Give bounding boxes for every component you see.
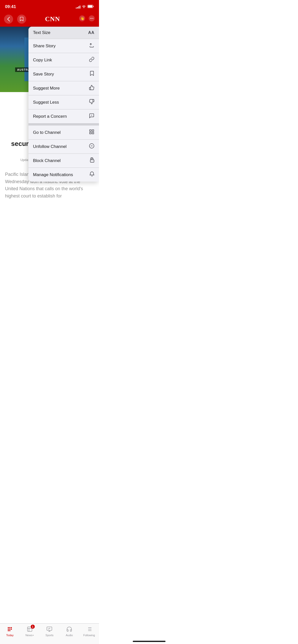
suggest-more-icon [89,85,94,92]
svg-point-7 [93,18,93,19]
wifi-icon [82,5,86,9]
menu-item-go-to-channel[interactable]: Go to Channel [28,126,99,140]
menu-item-go-to-channel-label: Go to Channel [33,130,61,135]
context-menu: Text Size AA Share Story Copy Link Save … [28,27,99,182]
svg-point-5 [90,18,91,19]
status-time: 09:41 [5,4,16,9]
menu-item-manage-notifications[interactable]: Manage Notifications [28,168,99,182]
svg-rect-15 [90,132,91,134]
battery-icon [87,5,94,9]
menu-item-copy-link-label: Copy Link [33,58,52,63]
menu-item-block-channel[interactable]: Block Channel [28,154,99,168]
svg-rect-14 [92,132,94,134]
svg-text:👋: 👋 [80,16,85,21]
copy-link-icon [89,57,94,63]
back-button[interactable] [4,15,13,24]
suggest-less-icon [89,99,94,106]
svg-point-6 [91,18,92,19]
menu-item-manage-notifications-label: Manage Notifications [33,172,73,177]
menu-item-suggest-less-label: Suggest Less [33,100,59,105]
nav-bar: CNN 👋 [0,13,99,27]
menu-item-text-size-label: Text Size [33,30,50,35]
manage-notifications-icon [89,171,94,178]
cnn-logo: CNN [45,15,60,23]
block-channel-icon [89,157,94,164]
nav-right: 👋 [79,15,95,23]
menu-item-unfollow-channel[interactable]: Unfollow Channel [28,140,99,154]
nav-left [4,15,26,24]
menu-item-text-size[interactable]: Text Size AA [28,27,99,39]
go-to-channel-icon [89,129,94,136]
menu-item-report-concern[interactable]: Report a Concern [28,109,99,124]
bookmark-button[interactable] [17,15,26,24]
menu-item-share-story-label: Share Story [33,44,56,49]
status-bar: 09:41 [0,0,99,13]
share-story-icon [89,43,94,49]
svg-rect-1 [88,5,92,8]
status-icons [76,5,94,9]
menu-item-copy-link[interactable]: Copy Link [28,53,99,67]
menu-item-unfollow-channel-label: Unfollow Channel [33,144,67,149]
menu-item-save-story[interactable]: Save Story [28,67,99,81]
menu-item-save-story-label: Save Story [33,72,54,77]
share-button[interactable]: 👋 [79,15,85,23]
unfollow-channel-icon [89,143,94,150]
menu-item-share-story[interactable]: Share Story [28,39,99,53]
menu-item-report-concern-label: Report a Concern [33,114,67,119]
save-story-icon [89,71,94,77]
menu-separator [28,124,99,126]
menu-item-suggest-less[interactable]: Suggest Less [28,95,99,109]
text-size-icon: AA [88,30,94,35]
more-button[interactable] [88,15,95,23]
menu-item-block-channel-label: Block Channel [33,158,61,163]
menu-item-suggest-more[interactable]: Suggest More [28,81,99,95]
svg-rect-18 [90,160,94,162]
svg-rect-12 [90,130,91,131]
menu-item-suggest-more-label: Suggest More [33,86,60,91]
svg-rect-13 [92,130,94,131]
report-concern-icon [89,113,94,120]
signal-icon [76,5,80,9]
